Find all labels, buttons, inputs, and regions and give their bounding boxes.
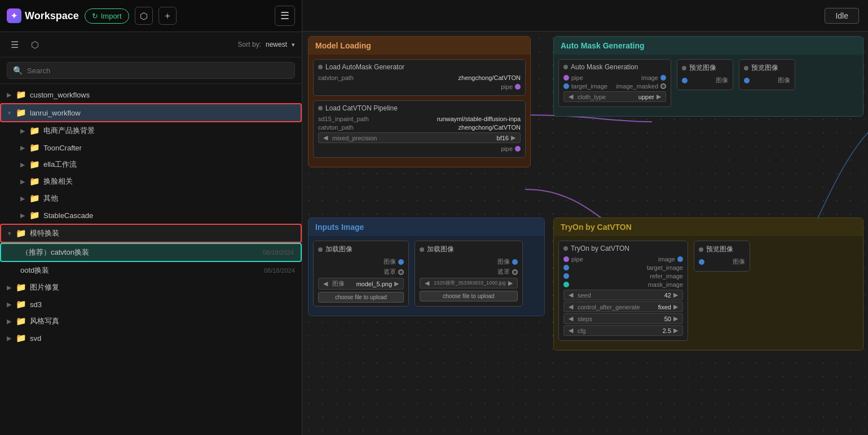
folder-icon: 📁 xyxy=(29,143,40,153)
canvas-area: Idle Model Loading xyxy=(302,0,868,435)
node-status-dot xyxy=(744,66,748,70)
item-label: StableCascade xyxy=(43,211,295,220)
chevron-down-icon: ▾ xyxy=(8,109,11,117)
stepper-val: model_5.png xyxy=(356,281,392,287)
chevron-right-icon: ▶ xyxy=(20,178,25,185)
tryon-seed: ◀ seed 42 ▶ xyxy=(563,290,683,300)
stepper-label: 图像 xyxy=(332,279,356,288)
stepper-right-icon[interactable]: ▶ xyxy=(506,279,515,287)
img-out-connector xyxy=(512,259,518,265)
search-input[interactable] xyxy=(27,66,289,75)
folder-icon: 📁 xyxy=(29,126,40,136)
upload-button-2[interactable]: choose file to upload xyxy=(420,291,518,301)
node-label: TryOn by CatVTON xyxy=(571,245,629,252)
stepper-left-icon[interactable]: ◀ xyxy=(566,315,575,322)
sidebar-item-catvton[interactable]: （推荐）catvton换装 08/18/2024 xyxy=(0,243,302,262)
chevron-right-icon: ▶ xyxy=(20,144,25,152)
inputs-title: Inputs Image xyxy=(315,223,364,232)
stepper-right-icon[interactable]: ▶ xyxy=(654,93,663,100)
sidebar-item-mote-huanzhuang[interactable]: ▾ 📁 模特换装 xyxy=(0,224,302,243)
sidebar-item-lanrui-workflow[interactable]: ▾ 📁 lanrui_workflow xyxy=(0,103,302,122)
sidebar-item-tupian[interactable]: ▶ 📁 图片修复 xyxy=(0,279,302,296)
chevron-right-icon: ▶ xyxy=(7,335,11,342)
preview-input: 图像 xyxy=(699,258,745,266)
stepper-label: cfg xyxy=(578,327,663,334)
node-input-target: target_image image_masked xyxy=(563,83,666,90)
node-canvas[interactable]: Model Loading Load AutoMask Generator ca… xyxy=(302,32,868,435)
node-output-pipe2: pipe xyxy=(318,145,521,152)
stepper-left-icon[interactable]: ◀ xyxy=(566,303,575,310)
sidebar-item-qita[interactable]: ▶ 📁 其他 xyxy=(0,190,302,207)
node-label: 加载图像 xyxy=(427,245,454,254)
sidebar-item-huanlian[interactable]: ▶ 📁 换脸相关 xyxy=(0,173,302,190)
sidebar-item-stablecascade[interactable]: ▶ 📁 StableCascade xyxy=(0,207,302,224)
workspace-label: Workspace xyxy=(25,10,79,22)
folder-icon: 📁 xyxy=(29,176,40,187)
sidebar-item-tooncrafter[interactable]: ▶ 📁 ToonCrafter xyxy=(0,139,302,156)
stepper-right-icon[interactable]: ▶ xyxy=(392,280,401,287)
chevron-right-icon: ▶ xyxy=(7,318,11,325)
folder-button[interactable]: ⬡ xyxy=(135,7,153,25)
sidebar-item-ootd[interactable]: ootd换装 08/18/2024 xyxy=(0,262,302,279)
stepper-left-icon[interactable]: ◀ xyxy=(422,279,431,287)
file-date: 08/18/2024 xyxy=(263,249,294,256)
field-name: target_image xyxy=(571,83,607,90)
item-label: svd xyxy=(30,334,295,343)
panel-auto-mask: Auto Mask Generating Auto Mask Generatio… xyxy=(553,36,863,117)
folder-icon: 📁 xyxy=(16,316,27,326)
field-name: mask_image xyxy=(648,281,683,288)
image-output-row2: 图像 xyxy=(420,258,518,266)
sidebar-item-fengge[interactable]: ▶ 📁 风格写真 xyxy=(0,313,302,330)
stepper-right-icon[interactable]: ▶ xyxy=(671,303,680,310)
item-label: 风格写真 xyxy=(30,316,295,326)
search-input-wrap: 🔍 xyxy=(7,62,295,79)
menu-button[interactable]: ☰ xyxy=(275,6,295,26)
model-loading-title: Model Loading xyxy=(315,41,371,50)
folder-icon: 📁 xyxy=(16,299,27,309)
sidebar-item-sd3[interactable]: ▶ 📁 sd3 xyxy=(0,296,302,313)
panel-tryon-body: TryOn by CatVTON pipe image target_image xyxy=(554,236,863,350)
node-title: TryOn by CatVTON xyxy=(563,245,683,252)
new-folder-button[interactable]: ⬡ xyxy=(27,37,43,52)
sidebar-item-svd[interactable]: ▶ 📁 svd xyxy=(0,330,302,347)
node-label: 预览图像 xyxy=(706,245,733,254)
mask-output-row: 遮罩 xyxy=(318,268,404,276)
img-out-connector xyxy=(677,256,683,262)
add-button[interactable]: ＋ xyxy=(158,7,177,25)
stepper-right-icon[interactable]: ▶ xyxy=(671,315,680,322)
stepper-left-icon[interactable]: ◀ xyxy=(321,280,330,287)
item-label: 图片修复 xyxy=(30,282,295,292)
field-name: catvton_path xyxy=(318,74,354,81)
sort-arrow-icon[interactable]: ▾ xyxy=(292,41,295,48)
list-view-button[interactable]: ☰ xyxy=(7,37,23,52)
node-label: 预览图像 xyxy=(751,63,778,73)
folder-icon: 📁 xyxy=(29,210,40,220)
target-in-connector xyxy=(563,265,569,270)
folder-icon: 📁 xyxy=(16,333,27,343)
stepper-val: bf16 xyxy=(497,135,509,141)
refer-in-connector xyxy=(563,273,569,279)
stepper-right-icon[interactable]: ▶ xyxy=(671,327,680,334)
sidebar-item-custom-workflows[interactable]: ▶ 📁 custom_workflows xyxy=(0,86,302,103)
stepper-left-icon[interactable]: ◀ xyxy=(566,327,575,334)
chevron-right-icon: ▶ xyxy=(7,91,11,99)
file-date: 08/18/2024 xyxy=(264,267,295,274)
stepper-left-icon[interactable]: ◀ xyxy=(566,291,575,299)
field-name: 遮罩 xyxy=(384,268,396,276)
panel-inputs: Inputs Image 加载图像 图像 遮罩 xyxy=(308,218,545,316)
stepper-right-icon[interactable]: ▶ xyxy=(509,134,518,141)
sidebar-item-ella[interactable]: ▶ 📁 ella工作流 xyxy=(0,156,302,173)
stepper-left-icon[interactable]: ◀ xyxy=(566,93,575,100)
file-label: （推荐）catvton换装 xyxy=(21,247,259,258)
node-auto-mask-gen: Auto Mask Generation pipe image target_i… xyxy=(558,59,671,107)
sidebar-item-dianshang[interactable]: ▶ 📁 电商产品换背景 xyxy=(0,122,302,139)
field-name: 图像 xyxy=(716,76,728,85)
import-button[interactable]: ↻ Import xyxy=(85,8,129,24)
stepper-left-icon[interactable]: ◀ xyxy=(321,134,330,141)
upload-button-1[interactable]: choose file to upload xyxy=(318,292,404,303)
node-title: 预览图像 xyxy=(699,245,745,254)
panel-inputs-header: Inputs Image xyxy=(309,218,544,236)
stepper-right-icon[interactable]: ▶ xyxy=(671,291,680,299)
folder-icon: 📁 xyxy=(29,193,40,203)
mask-out-connector xyxy=(512,269,518,275)
